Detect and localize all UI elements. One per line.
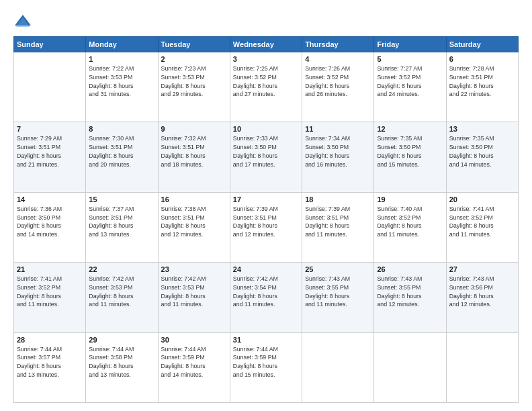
day-info: Sunrise: 7:44 AMSunset: 3:59 PMDaylight:… (233, 345, 299, 379)
week-row-1: 1Sunrise: 7:22 AMSunset: 3:53 PMDaylight… (14, 52, 519, 122)
day-number: 22 (89, 265, 154, 273)
day-number: 11 (305, 125, 371, 133)
logo-icon (13, 12, 32, 31)
day-info: Sunrise: 7:41 AMSunset: 3:52 PMDaylight:… (17, 275, 83, 309)
day-cell: 27Sunrise: 7:43 AMSunset: 3:56 PMDayligh… (446, 263, 518, 332)
day-cell: 14Sunrise: 7:36 AMSunset: 3:50 PMDayligh… (14, 192, 86, 262)
day-cell: 3Sunrise: 7:25 AMSunset: 3:52 PMDaylight… (230, 52, 302, 122)
day-info: Sunrise: 7:32 AMSunset: 3:51 PMDaylight:… (161, 134, 227, 169)
day-number: 3 (233, 55, 299, 63)
day-info: Sunrise: 7:40 AMSunset: 3:52 PMDaylight:… (377, 205, 443, 239)
day-cell: 11Sunrise: 7:34 AMSunset: 3:50 PMDayligh… (302, 122, 374, 192)
day-cell: 29Sunrise: 7:44 AMSunset: 3:58 PMDayligh… (86, 332, 158, 402)
day-cell: 2Sunrise: 7:23 AMSunset: 3:53 PMDaylight… (158, 52, 230, 122)
day-cell: 13Sunrise: 7:35 AMSunset: 3:50 PMDayligh… (446, 122, 518, 192)
day-number: 20 (449, 195, 515, 203)
day-number: 6 (449, 55, 515, 63)
day-number: 10 (233, 125, 299, 133)
day-info: Sunrise: 7:44 AMSunset: 3:58 PMDaylight:… (89, 345, 154, 379)
day-cell: 18Sunrise: 7:39 AMSunset: 3:51 PMDayligh… (302, 192, 374, 262)
day-info: Sunrise: 7:41 AMSunset: 3:52 PMDaylight:… (449, 205, 515, 239)
day-cell: 12Sunrise: 7:35 AMSunset: 3:50 PMDayligh… (374, 122, 446, 192)
day-cell: 10Sunrise: 7:33 AMSunset: 3:50 PMDayligh… (230, 122, 302, 192)
day-number: 7 (17, 125, 83, 133)
day-number: 27 (449, 265, 515, 273)
day-info: Sunrise: 7:27 AMSunset: 3:52 PMDaylight:… (377, 64, 443, 99)
day-info: Sunrise: 7:33 AMSunset: 3:50 PMDaylight:… (233, 134, 299, 169)
day-cell: 31Sunrise: 7:44 AMSunset: 3:59 PMDayligh… (230, 332, 302, 402)
day-info: Sunrise: 7:25 AMSunset: 3:52 PMDaylight:… (233, 64, 299, 99)
day-cell: 20Sunrise: 7:41 AMSunset: 3:52 PMDayligh… (446, 192, 518, 262)
logo (13, 12, 35, 31)
day-number: 23 (161, 265, 227, 273)
day-cell: 16Sunrise: 7:38 AMSunset: 3:51 PMDayligh… (158, 192, 230, 262)
day-cell: 7Sunrise: 7:29 AMSunset: 3:51 PMDaylight… (14, 122, 86, 192)
day-cell: 22Sunrise: 7:42 AMSunset: 3:53 PMDayligh… (86, 263, 158, 332)
week-row-4: 21Sunrise: 7:41 AMSunset: 3:52 PMDayligh… (14, 263, 519, 332)
weekday-header-monday: Monday (86, 37, 158, 52)
day-number: 17 (233, 195, 299, 203)
day-number: 25 (305, 265, 371, 273)
day-number: 5 (377, 55, 443, 63)
day-number: 19 (377, 195, 443, 203)
weekday-header-wednesday: Wednesday (230, 37, 302, 52)
day-info: Sunrise: 7:23 AMSunset: 3:53 PMDaylight:… (161, 64, 227, 99)
day-info: Sunrise: 7:39 AMSunset: 3:51 PMDaylight:… (305, 205, 371, 239)
day-info: Sunrise: 7:43 AMSunset: 3:55 PMDaylight:… (377, 275, 443, 309)
day-number: 29 (89, 336, 154, 344)
weekday-header-sunday: Sunday (14, 37, 86, 52)
weekday-header-friday: Friday (374, 37, 446, 52)
day-number: 30 (161, 336, 227, 344)
day-number: 13 (449, 125, 515, 133)
day-cell (302, 332, 374, 402)
day-cell: 25Sunrise: 7:43 AMSunset: 3:55 PMDayligh… (302, 263, 374, 332)
day-number: 2 (161, 55, 227, 63)
day-number: 15 (89, 195, 154, 203)
day-info: Sunrise: 7:44 AMSunset: 3:59 PMDaylight:… (161, 345, 227, 379)
day-cell: 28Sunrise: 7:44 AMSunset: 3:57 PMDayligh… (14, 332, 86, 402)
day-info: Sunrise: 7:35 AMSunset: 3:50 PMDaylight:… (377, 134, 443, 169)
day-cell: 30Sunrise: 7:44 AMSunset: 3:59 PMDayligh… (158, 332, 230, 402)
day-info: Sunrise: 7:37 AMSunset: 3:51 PMDaylight:… (89, 205, 154, 239)
day-info: Sunrise: 7:38 AMSunset: 3:51 PMDaylight:… (161, 205, 227, 239)
day-number: 16 (161, 195, 227, 203)
day-cell: 8Sunrise: 7:30 AMSunset: 3:51 PMDaylight… (86, 122, 158, 192)
day-info: Sunrise: 7:34 AMSunset: 3:50 PMDaylight:… (305, 134, 371, 169)
day-cell (14, 52, 86, 122)
week-row-3: 14Sunrise: 7:36 AMSunset: 3:50 PMDayligh… (14, 192, 519, 262)
page: SundayMondayTuesdayWednesdayThursdayFrid… (0, 0, 532, 411)
day-info: Sunrise: 7:36 AMSunset: 3:50 PMDaylight:… (17, 205, 83, 239)
day-cell: 6Sunrise: 7:28 AMSunset: 3:51 PMDaylight… (446, 52, 518, 122)
day-cell (446, 332, 518, 402)
day-cell: 9Sunrise: 7:32 AMSunset: 3:51 PMDaylight… (158, 122, 230, 192)
day-cell: 21Sunrise: 7:41 AMSunset: 3:52 PMDayligh… (14, 263, 86, 332)
day-info: Sunrise: 7:44 AMSunset: 3:57 PMDaylight:… (17, 345, 83, 379)
day-number: 4 (305, 55, 371, 63)
day-cell: 5Sunrise: 7:27 AMSunset: 3:52 PMDaylight… (374, 52, 446, 122)
day-cell (374, 332, 446, 402)
day-info: Sunrise: 7:43 AMSunset: 3:55 PMDaylight:… (305, 275, 371, 309)
day-number: 18 (305, 195, 371, 203)
day-cell: 15Sunrise: 7:37 AMSunset: 3:51 PMDayligh… (86, 192, 158, 262)
weekday-header-row: SundayMondayTuesdayWednesdayThursdayFrid… (14, 37, 519, 52)
day-number: 24 (233, 265, 299, 273)
day-number: 1 (89, 55, 154, 63)
day-number: 26 (377, 265, 443, 273)
week-row-5: 28Sunrise: 7:44 AMSunset: 3:57 PMDayligh… (14, 332, 519, 402)
day-cell: 24Sunrise: 7:42 AMSunset: 3:54 PMDayligh… (230, 263, 302, 332)
day-number: 28 (17, 336, 83, 344)
day-info: Sunrise: 7:35 AMSunset: 3:50 PMDaylight:… (449, 134, 515, 169)
day-number: 9 (161, 125, 227, 133)
day-info: Sunrise: 7:29 AMSunset: 3:51 PMDaylight:… (17, 134, 83, 169)
week-row-2: 7Sunrise: 7:29 AMSunset: 3:51 PMDaylight… (14, 122, 519, 192)
day-cell: 4Sunrise: 7:26 AMSunset: 3:52 PMDaylight… (302, 52, 374, 122)
day-info: Sunrise: 7:30 AMSunset: 3:51 PMDaylight:… (89, 134, 154, 169)
day-info: Sunrise: 7:26 AMSunset: 3:52 PMDaylight:… (305, 64, 371, 99)
day-info: Sunrise: 7:28 AMSunset: 3:51 PMDaylight:… (449, 64, 515, 99)
day-number: 12 (377, 125, 443, 133)
day-info: Sunrise: 7:39 AMSunset: 3:51 PMDaylight:… (233, 205, 299, 239)
day-cell: 19Sunrise: 7:40 AMSunset: 3:52 PMDayligh… (374, 192, 446, 262)
weekday-header-saturday: Saturday (446, 37, 518, 52)
day-number: 21 (17, 265, 83, 273)
header (13, 12, 519, 31)
